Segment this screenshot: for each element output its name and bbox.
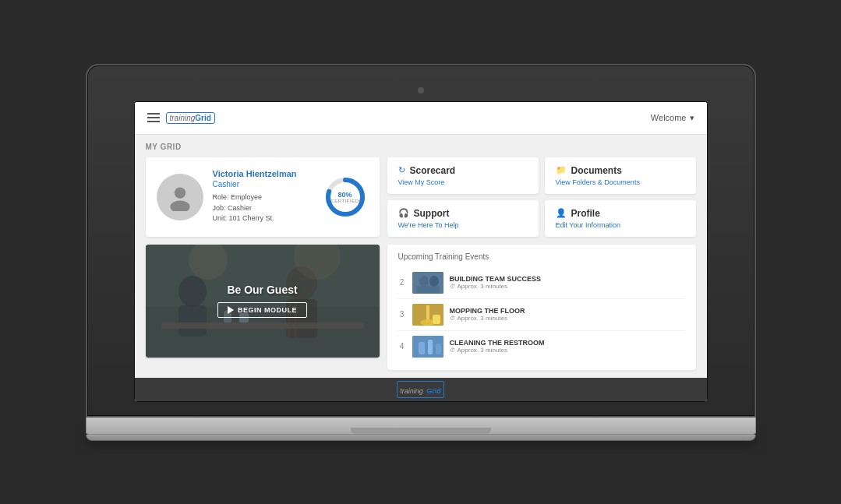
module-content: Be Our Guest BEGIN MODULE [146,245,380,358]
donut-text: CERTIFIED [330,199,359,203]
begin-module-button[interactable]: BEGIN MODULE [217,302,307,318]
donut-percent: 80% [330,191,359,199]
profile-name: Victoria Hientzelman [213,169,313,178]
documents-icon: 📁 [556,165,567,175]
event-duration-3: ⏱ Approx. 3 minutes [450,347,685,354]
profile-unit: Unit: 101 Cherry St. [213,213,313,224]
logo-training-text: training [170,114,196,122]
clock-icon-1: ⏱ [450,284,455,289]
topbar: training Grid Welcome ▾ [135,102,707,135]
clock-icon-2: ⏱ [450,315,455,321]
svg-point-1 [170,200,189,211]
svg-point-0 [174,187,185,198]
module-card: Be Our Guest BEGIN MODULE [146,245,380,358]
tile-support-header: 🎧 Support [398,208,528,219]
bottom-section: Be Our Guest BEGIN MODULE Upcoming Train… [146,245,696,370]
event-thumb-svg-1 [412,272,443,294]
footer-training-text: training [400,387,423,395]
svg-point-19 [429,276,439,287]
avatar-icon [166,183,194,211]
tile-profile-header: 👤 Profile [556,208,685,219]
documents-subtitle: View Folders & Documents [556,178,685,186]
welcome-label: Welcome [651,113,687,122]
topbar-left: training Grid [147,112,215,124]
svg-rect-24 [433,315,440,324]
tiles-grid: ↻ Scorecard View My Score 📁 Documents Vi… [387,157,696,237]
support-icon: 🎧 [398,208,409,218]
event-thumb-svg-3 [412,336,443,358]
avatar [157,174,203,220]
tile-documents[interactable]: 📁 Documents View Folders & Documents [545,157,696,194]
event-num-2: 3 [398,310,406,319]
support-title: Support [414,208,450,219]
profile-info: Victoria Hientzelman Cashier Role: Emplo… [213,169,313,224]
welcome-arrow: ▾ [690,113,694,123]
event-item-3[interactable]: 4 CLEANING [398,331,685,362]
events-card: Upcoming Training Events 2 [387,245,696,370]
clock-icon-3: ⏱ [450,347,455,353]
tile-documents-header: 📁 Documents [556,165,685,176]
logo: training Grid [166,112,215,124]
module-title: Be Our Guest [227,284,297,296]
play-icon [228,306,234,314]
laptop-foot [86,435,756,441]
event-duration-1: ⏱ Approx. 3 minutes [450,283,685,290]
events-title: Upcoming Training Events [398,252,685,261]
logo-grid-text: Grid [195,114,211,122]
svg-rect-26 [419,342,425,354]
event-thumb-3 [412,336,443,358]
profile-subtitle: Edit Your Information [556,221,685,229]
logo-box: training Grid [166,112,215,124]
laptop-base [86,418,756,435]
scorecard-subtitle: View My Score [398,178,528,186]
documents-title: Documents [571,165,622,176]
event-item-1[interactable]: 2 BUILDING TEAM SUCCESS [398,267,685,299]
svg-rect-28 [436,344,441,354]
top-section: Victoria Hientzelman Cashier Role: Emplo… [146,157,696,237]
profile-card: Victoria Hientzelman Cashier Role: Emplo… [146,157,380,237]
event-duration-2: ⏱ Approx. 3 minutes [450,315,685,322]
laptop-frame: training Grid Welcome ▾ MY GRID [86,64,756,441]
app-screen: training Grid Welcome ▾ MY GRID [134,101,708,402]
scorecard-title: Scorecard [410,165,456,176]
tile-scorecard[interactable]: ↻ Scorecard View My Score [387,157,539,194]
certified-donut: 80% CERTIFIED [322,174,369,220]
event-num-1: 2 [398,278,406,287]
begin-label: BEGIN MODULE [238,306,297,314]
event-info-2: MOPPING THE FLOOR ⏱ Approx. 3 minutes [450,307,685,322]
svg-rect-20 [416,286,440,294]
profile-role: Role: Employee [213,192,313,203]
tile-profile[interactable]: 👤 Profile Edit Your Information [545,200,696,237]
event-thumb-2 [412,304,443,326]
profile-job: Job: Cashier [213,203,313,214]
footer-logo-box: training Grid [397,381,444,398]
event-name-2: MOPPING THE FLOOR [450,307,685,315]
footer-grid-text: Grid [426,387,441,395]
svg-point-18 [419,276,429,287]
footer-logo: training Grid [397,381,444,398]
camera [418,87,424,93]
event-name-1: BUILDING TEAM SUCCESS [450,275,685,283]
tile-scorecard-header: ↻ Scorecard [398,165,528,176]
event-thumb-1 [412,272,443,294]
profile-tile-title: Profile [571,208,600,219]
event-num-3: 4 [398,342,406,351]
event-info-3: CLEANING THE RESTROOM ⏱ Approx. 3 minute… [450,339,685,354]
profile-details: Role: Employee Job: Cashier Unit: 101 Ch… [213,192,313,224]
hamburger-menu-icon[interactable] [147,113,160,122]
profile-job-title: Cashier [213,180,313,189]
app-footer: training Grid [135,378,707,401]
event-name-3: CLEANING THE RESTROOM [450,339,685,347]
main-content: MY GRID Victoria Hientzelman [135,135,707,378]
event-item-2[interactable]: 3 [398,299,685,331]
donut-label: 80% CERTIFIED [330,191,359,203]
scorecard-icon: ↻ [398,165,405,175]
support-subtitle: We're Here To Help [398,221,528,229]
section-label: MY GRID [146,143,696,151]
tile-support[interactable]: 🎧 Support We're Here To Help [387,200,539,237]
welcome-button[interactable]: Welcome ▾ [651,113,694,123]
screen-bezel: training Grid Welcome ▾ MY GRID [86,64,756,418]
svg-rect-27 [428,340,433,354]
event-info-1: BUILDING TEAM SUCCESS ⏱ Approx. 3 minute… [450,275,685,290]
profile-icon: 👤 [556,208,567,218]
